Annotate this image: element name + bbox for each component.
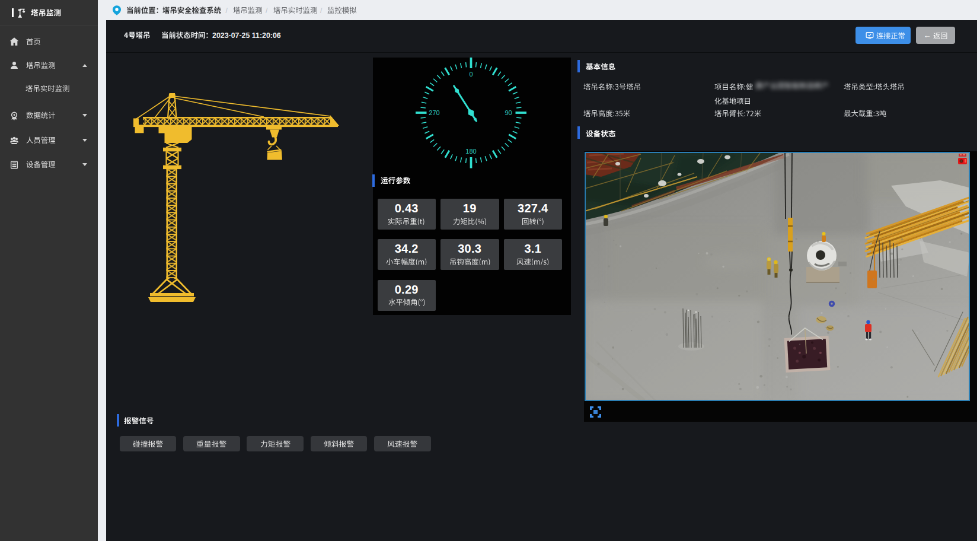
svg-text:180: 180 [465,148,476,155]
svg-text:0: 0 [469,71,473,78]
svg-text:90: 90 [505,109,512,116]
svg-text:270: 270 [429,109,439,116]
